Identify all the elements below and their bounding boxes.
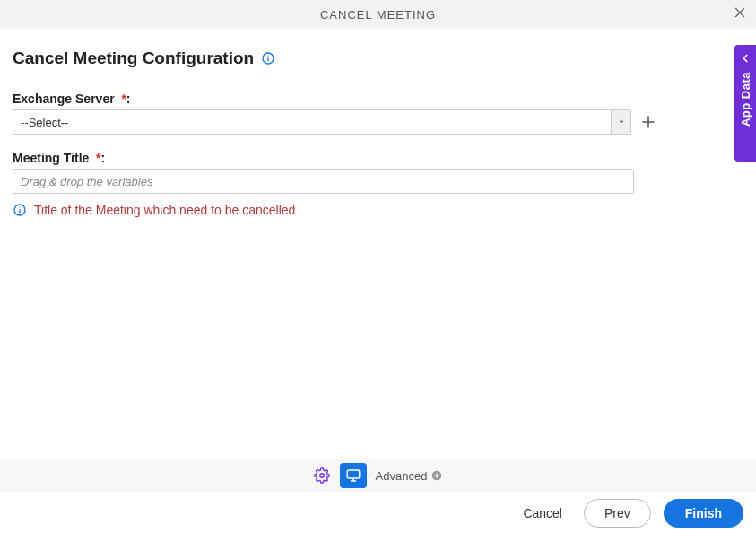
exchange-server-select[interactable]: --Select-- xyxy=(13,109,631,135)
svg-point-10 xyxy=(319,474,324,478)
screen-icon xyxy=(345,467,361,484)
meeting-title-hint: Title of the Meeting which need to be ca… xyxy=(34,203,295,217)
svg-point-4 xyxy=(268,55,269,56)
plus-icon xyxy=(640,114,656,130)
close-button[interactable] xyxy=(733,5,747,23)
meeting-title-label-text: Meeting Title xyxy=(13,151,89,165)
page-title-row: Cancel Meeting Configuration xyxy=(13,48,743,68)
label-colon: : xyxy=(101,151,106,165)
dialog-header: CANCEL MEETING xyxy=(0,0,756,29)
footer: Cancel Prev Finish xyxy=(0,492,756,533)
close-icon xyxy=(733,5,747,20)
svg-rect-11 xyxy=(347,470,360,478)
svg-point-9 xyxy=(19,206,20,207)
plus-circle-icon xyxy=(430,469,443,482)
app-data-panel-toggle[interactable]: App Data xyxy=(734,45,756,162)
meeting-title-label: Meeting Title *: xyxy=(13,151,743,165)
content-area: Cancel Meeting Configuration Exchange Se… xyxy=(0,29,756,217)
advanced-label: Advanced xyxy=(376,469,428,483)
chevron-left-icon xyxy=(739,52,752,65)
info-icon[interactable] xyxy=(261,51,275,66)
select-caret-button[interactable] xyxy=(611,110,630,134)
finish-button[interactable]: Finish xyxy=(664,499,743,528)
chevron-down-icon xyxy=(617,118,626,127)
meeting-title-input[interactable] xyxy=(13,169,634,194)
add-server-button[interactable] xyxy=(640,114,656,130)
exchange-server-label-text: Exchange Server xyxy=(13,92,115,106)
bottom-toolbar: Advanced xyxy=(0,459,756,492)
exchange-server-label: Exchange Server *: xyxy=(13,92,743,106)
advanced-toggle[interactable]: Advanced xyxy=(376,469,444,483)
dialog-title: CANCEL MEETING xyxy=(320,8,436,22)
label-colon: : xyxy=(126,92,131,106)
info-icon xyxy=(13,203,27,217)
meeting-title-hint-row: Title of the Meeting which need to be ca… xyxy=(13,203,743,217)
exchange-server-value: --Select-- xyxy=(13,110,611,134)
cancel-button[interactable]: Cancel xyxy=(514,501,571,526)
exchange-server-row: --Select-- xyxy=(13,109,743,135)
gear-icon xyxy=(314,467,330,484)
settings-button[interactable] xyxy=(313,467,331,485)
prev-button[interactable]: Prev xyxy=(584,499,651,528)
screen-mode-button[interactable] xyxy=(340,463,367,488)
app-data-label: App Data xyxy=(739,72,752,127)
page-title: Cancel Meeting Configuration xyxy=(13,48,254,68)
